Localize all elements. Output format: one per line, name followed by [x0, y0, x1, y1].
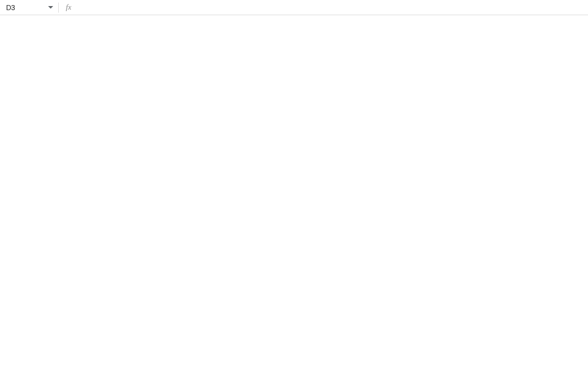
fx-icon[interactable]: fx [59, 3, 76, 12]
name-box[interactable]: D3 [0, 0, 58, 15]
formula-bar: D3 fx [0, 0, 588, 15]
name-box-dropdown-icon[interactable] [48, 6, 53, 9]
name-box-value: D3 [6, 4, 15, 12]
formula-input[interactable] [76, 0, 588, 15]
